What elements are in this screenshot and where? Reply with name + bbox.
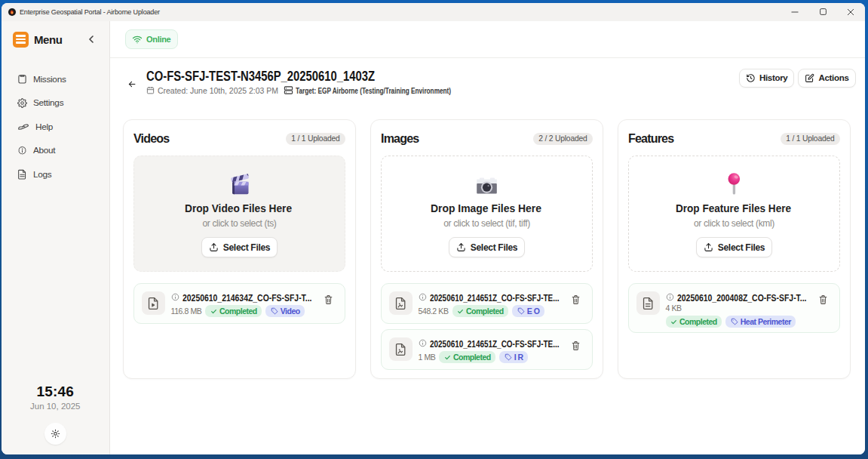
svg-text:Created: June 10th, 2025 2:03: Created: June 10th, 2025 2:03 PM [158, 85, 278, 94]
svg-text:Drop Feature Files Here: Drop Feature Files Here [676, 202, 791, 214]
svg-text:Drop Video Files Here: Drop Video Files Here [185, 202, 292, 214]
svg-text:20250610_200408Z_CO-FS-SFJ-T..: 20250610_200408Z_CO-FS-SFJ-T... [677, 293, 807, 303]
svg-text:20250610_214634Z_CO-FS-SFJ-T..: 20250610_214634Z_CO-FS-SFJ-T... [182, 293, 312, 303]
svg-text:Drop Image Files Here: Drop Image Files Here [431, 202, 541, 214]
svg-text:20250610_214651Z_CO-FS-SFJ-TE.: 20250610_214651Z_CO-FS-SFJ-TE... [430, 339, 560, 350]
svg-text:CO-FS-SFJ-TEST-N3456P_20250610: CO-FS-SFJ-TEST-N3456P_20250610_1403Z [146, 69, 375, 84]
svg-text:20250610_214651Z_CO-FS-SFJ-TE.: 20250610_214651Z_CO-FS-SFJ-TE... [430, 293, 560, 303]
svg-text:Target: EGP Airborne (Testing/: Target: EGP Airborne (Testing/Training E… [296, 85, 451, 94]
